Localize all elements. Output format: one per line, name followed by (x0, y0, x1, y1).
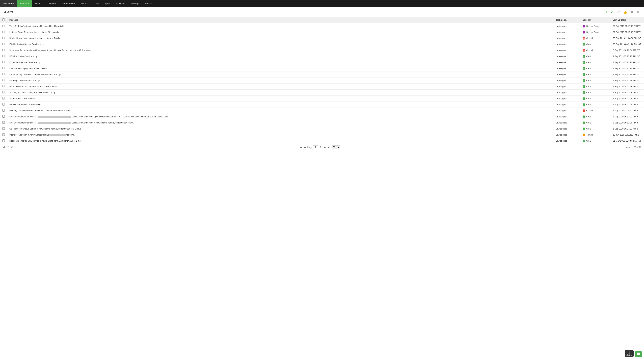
nav-item-alarms[interactable]: Alarms (78, 0, 90, 7)
technician-cell: UnAssigned (554, 126, 580, 132)
severity-icon: ! (582, 25, 585, 28)
severity-label: Clear (586, 86, 591, 88)
table-header-row: Message Technician Severity Last Updated (0, 17, 644, 23)
bottom-widgets: 1 alerting (625, 350, 642, 357)
nav-item-virtualization[interactable]: Virtualization (59, 0, 78, 7)
nav-item-maps[interactable]: Maps (90, 0, 102, 7)
row-checkbox[interactable] (2, 25, 5, 27)
nav-item-network[interactable]: Network (32, 0, 46, 7)
close-button[interactable]: ✕ (636, 10, 640, 15)
last-updated-column-header[interactable]: Last Updated (610, 17, 644, 23)
edit-button[interactable] (616, 10, 621, 15)
delete-button[interactable] (630, 10, 634, 15)
select-all-checkbox[interactable] (2, 18, 5, 21)
chat-button[interactable] (635, 351, 642, 357)
nav-item-dashboard[interactable]: Dashboard (0, 0, 17, 7)
last-updated-cell: 4 Sep 2019 05:23:28 PM IST (610, 66, 644, 72)
row-checkbox[interactable] (2, 79, 5, 81)
row-checkbox[interactable] (2, 67, 5, 69)
row-checkbox[interactable] (2, 85, 5, 88)
last-updated-cell: 4 Sep 2019 05:23:28 PM IST (610, 78, 644, 84)
nav-more-options[interactable]: ⋮ (636, 2, 644, 5)
technician-cell: UnAssigned (554, 41, 580, 47)
page-input[interactable] (313, 146, 318, 149)
row-checkbox[interactable] (2, 61, 5, 63)
add-button[interactable]: + (604, 10, 608, 15)
severity-cell: ✓Clear (580, 96, 610, 102)
severity-label: Clear (586, 98, 591, 100)
blurred-text (50, 134, 66, 136)
thumbsup-button[interactable]: 👍 (623, 10, 628, 15)
message-cell: Memory Utilization is 99%, threshold val… (7, 108, 554, 114)
technician-column-header[interactable]: Technician (554, 17, 580, 23)
message-cell: Response Time for DNS service is now bac… (7, 138, 554, 144)
row-checkbox[interactable] (2, 55, 5, 57)
row-checkbox[interactable] (2, 49, 5, 51)
severity-label: Clear (586, 73, 591, 76)
row-checkbox-cell (0, 66, 7, 72)
technician-cell: UnAssigned (554, 53, 580, 60)
severity-label: Service Down (586, 31, 599, 34)
nav-item-apps[interactable]: Apps (102, 0, 113, 7)
settings-icon[interactable] (11, 146, 14, 149)
row-checkbox[interactable] (2, 103, 5, 106)
table-row: Device Down: No response from device for… (0, 35, 644, 41)
total-pages: 1 (321, 146, 322, 148)
row-checkbox[interactable] (2, 109, 5, 112)
severity-icon: ! (582, 31, 585, 34)
severity-badge: ✓Clear (582, 116, 591, 118)
technician-cell: UnAssigned (554, 138, 580, 144)
first-page-button[interactable]: |◀ (299, 146, 303, 149)
row-checkbox[interactable] (2, 127, 5, 130)
table-row: The URL http://test.com is down, Reason … (0, 23, 644, 29)
message-cell: DNS Client Service Service is Up (7, 60, 554, 66)
message-column-header[interactable]: Message (7, 17, 554, 23)
severity-cell: ✓Clear (580, 72, 610, 78)
row-checkbox[interactable] (2, 97, 5, 100)
search-icon[interactable] (3, 146, 5, 149)
severity-cell: ✓Clear (580, 66, 610, 72)
message-cell: Instance Count:Response timed out after … (7, 29, 554, 35)
row-checkbox[interactable] (2, 115, 5, 118)
acknowledge-button[interactable]: ✓ (610, 10, 614, 15)
last-updated-cell: 22 Oct 2019 01:12:03 PM IST (610, 29, 644, 35)
severity-column-header[interactable]: Severity (580, 17, 610, 23)
prev-page-button[interactable]: ◀ (304, 146, 306, 149)
nav-item-inventory[interactable]: Inventory (17, 0, 32, 7)
nav-item-servers[interactable]: Servers (46, 0, 59, 7)
last-page-button[interactable]: ▶| (327, 146, 331, 149)
nav-item-workflow[interactable]: Workflow (113, 0, 128, 7)
last-updated-cell: 20 Sep 2019 04:39:28 PM IST (610, 41, 644, 47)
severity-badge: ✓Clear (582, 140, 591, 142)
message-cell: Net Logon Service Service is Up (7, 78, 554, 84)
table-row: Memory Utilization is 99%, threshold val… (0, 108, 644, 114)
message-cell: Workstation Service Service is Up (7, 102, 554, 108)
severity-icon: ✕ (582, 110, 585, 112)
row-checkbox[interactable] (2, 37, 5, 39)
per-page-select[interactable]: 50 25 100 (332, 146, 340, 149)
last-updated-cell: 19 Jun 2019 03:00:13 PM IST (610, 132, 644, 138)
alert-count-badge[interactable]: 1 alerting (625, 350, 634, 357)
alerts-table: Message Technician Severity Last Updated… (0, 17, 644, 144)
nav-item-reports[interactable]: Reports (142, 0, 156, 7)
row-checkbox[interactable] (2, 140, 5, 142)
row-checkbox[interactable] (2, 43, 5, 45)
export-icon[interactable] (7, 146, 10, 149)
row-checkbox[interactable] (2, 31, 5, 33)
next-page-button[interactable]: ▶ (323, 146, 326, 149)
row-checkbox[interactable] (2, 91, 5, 94)
severity-cell: ✓Clear (580, 84, 610, 90)
severity-icon: ✓ (582, 97, 585, 100)
severity-label: Service Down (586, 25, 599, 27)
row-checkbox-cell (0, 23, 7, 29)
row-checkbox-cell (0, 96, 7, 102)
technician-cell: UnAssigned (554, 78, 580, 84)
severity-label: Clear (586, 128, 591, 130)
row-checkbox[interactable] (2, 73, 5, 75)
severity-badge: ✕Critical (582, 110, 593, 112)
nav-item-settings[interactable]: Settings (128, 0, 142, 7)
row-checkbox[interactable] (2, 133, 5, 136)
severity-label: Critical (586, 110, 593, 112)
row-checkbox[interactable] (2, 121, 5, 124)
severity-label: Clear (586, 92, 591, 94)
